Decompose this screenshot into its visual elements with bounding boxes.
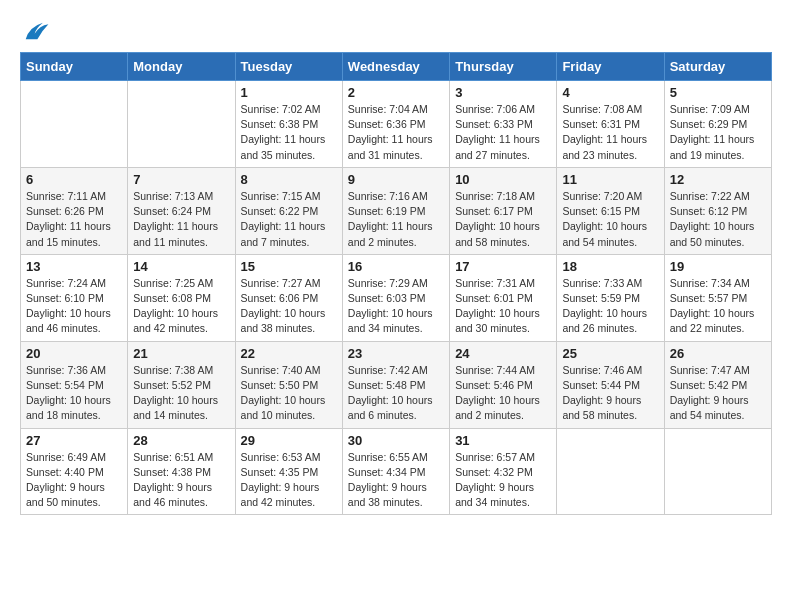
day-number: 16 [348,259,444,274]
day-number: 27 [26,433,122,448]
day-info: Sunrise: 6:53 AM Sunset: 4:35 PM Dayligh… [241,450,337,511]
weekday-header-thursday: Thursday [450,53,557,81]
day-info: Sunrise: 7:24 AM Sunset: 6:10 PM Dayligh… [26,276,122,337]
calendar-week-4: 20Sunrise: 7:36 AM Sunset: 5:54 PM Dayli… [21,341,772,428]
calendar-cell: 10Sunrise: 7:18 AM Sunset: 6:17 PM Dayli… [450,167,557,254]
day-number: 1 [241,85,337,100]
calendar-cell: 20Sunrise: 7:36 AM Sunset: 5:54 PM Dayli… [21,341,128,428]
day-number: 6 [26,172,122,187]
day-number: 28 [133,433,229,448]
calendar-cell [128,81,235,168]
calendar-week-2: 6Sunrise: 7:11 AM Sunset: 6:26 PM Daylig… [21,167,772,254]
calendar-cell: 23Sunrise: 7:42 AM Sunset: 5:48 PM Dayli… [342,341,449,428]
weekday-header-sunday: Sunday [21,53,128,81]
weekday-header-row: SundayMondayTuesdayWednesdayThursdayFrid… [21,53,772,81]
calendar-cell: 26Sunrise: 7:47 AM Sunset: 5:42 PM Dayli… [664,341,771,428]
day-info: Sunrise: 7:29 AM Sunset: 6:03 PM Dayligh… [348,276,444,337]
day-number: 14 [133,259,229,274]
day-info: Sunrise: 7:22 AM Sunset: 6:12 PM Dayligh… [670,189,766,250]
weekday-header-wednesday: Wednesday [342,53,449,81]
day-number: 22 [241,346,337,361]
calendar-cell: 31Sunrise: 6:57 AM Sunset: 4:32 PM Dayli… [450,428,557,515]
day-number: 9 [348,172,444,187]
calendar-cell: 6Sunrise: 7:11 AM Sunset: 6:26 PM Daylig… [21,167,128,254]
day-number: 12 [670,172,766,187]
calendar-cell: 1Sunrise: 7:02 AM Sunset: 6:38 PM Daylig… [235,81,342,168]
day-info: Sunrise: 6:55 AM Sunset: 4:34 PM Dayligh… [348,450,444,511]
calendar-cell [21,81,128,168]
day-info: Sunrise: 7:09 AM Sunset: 6:29 PM Dayligh… [670,102,766,163]
day-number: 5 [670,85,766,100]
day-info: Sunrise: 7:42 AM Sunset: 5:48 PM Dayligh… [348,363,444,424]
day-info: Sunrise: 7:40 AM Sunset: 5:50 PM Dayligh… [241,363,337,424]
calendar-cell: 29Sunrise: 6:53 AM Sunset: 4:35 PM Dayli… [235,428,342,515]
calendar-cell: 14Sunrise: 7:25 AM Sunset: 6:08 PM Dayli… [128,254,235,341]
calendar-cell: 3Sunrise: 7:06 AM Sunset: 6:33 PM Daylig… [450,81,557,168]
day-info: Sunrise: 7:27 AM Sunset: 6:06 PM Dayligh… [241,276,337,337]
calendar-cell: 11Sunrise: 7:20 AM Sunset: 6:15 PM Dayli… [557,167,664,254]
day-info: Sunrise: 6:57 AM Sunset: 4:32 PM Dayligh… [455,450,551,511]
weekday-header-friday: Friday [557,53,664,81]
calendar-table: SundayMondayTuesdayWednesdayThursdayFrid… [20,52,772,515]
day-info: Sunrise: 7:08 AM Sunset: 6:31 PM Dayligh… [562,102,658,163]
day-info: Sunrise: 7:11 AM Sunset: 6:26 PM Dayligh… [26,189,122,250]
calendar-cell: 7Sunrise: 7:13 AM Sunset: 6:24 PM Daylig… [128,167,235,254]
header [20,20,772,42]
day-info: Sunrise: 7:46 AM Sunset: 5:44 PM Dayligh… [562,363,658,424]
weekday-header-saturday: Saturday [664,53,771,81]
day-info: Sunrise: 7:38 AM Sunset: 5:52 PM Dayligh… [133,363,229,424]
day-info: Sunrise: 6:49 AM Sunset: 4:40 PM Dayligh… [26,450,122,511]
day-info: Sunrise: 7:18 AM Sunset: 6:17 PM Dayligh… [455,189,551,250]
day-number: 4 [562,85,658,100]
day-info: Sunrise: 7:31 AM Sunset: 6:01 PM Dayligh… [455,276,551,337]
calendar-cell: 5Sunrise: 7:09 AM Sunset: 6:29 PM Daylig… [664,81,771,168]
day-number: 30 [348,433,444,448]
day-number: 24 [455,346,551,361]
calendar-cell: 2Sunrise: 7:04 AM Sunset: 6:36 PM Daylig… [342,81,449,168]
calendar-cell: 21Sunrise: 7:38 AM Sunset: 5:52 PM Dayli… [128,341,235,428]
day-number: 21 [133,346,229,361]
calendar-cell: 8Sunrise: 7:15 AM Sunset: 6:22 PM Daylig… [235,167,342,254]
calendar-cell: 28Sunrise: 6:51 AM Sunset: 4:38 PM Dayli… [128,428,235,515]
calendar-cell: 18Sunrise: 7:33 AM Sunset: 5:59 PM Dayli… [557,254,664,341]
day-number: 15 [241,259,337,274]
day-number: 7 [133,172,229,187]
calendar-cell: 12Sunrise: 7:22 AM Sunset: 6:12 PM Dayli… [664,167,771,254]
calendar-cell: 30Sunrise: 6:55 AM Sunset: 4:34 PM Dayli… [342,428,449,515]
day-number: 3 [455,85,551,100]
logo [20,20,50,42]
day-info: Sunrise: 7:25 AM Sunset: 6:08 PM Dayligh… [133,276,229,337]
calendar-cell: 27Sunrise: 6:49 AM Sunset: 4:40 PM Dayli… [21,428,128,515]
day-number: 18 [562,259,658,274]
day-info: Sunrise: 7:47 AM Sunset: 5:42 PM Dayligh… [670,363,766,424]
calendar-week-5: 27Sunrise: 6:49 AM Sunset: 4:40 PM Dayli… [21,428,772,515]
day-number: 31 [455,433,551,448]
calendar-cell: 13Sunrise: 7:24 AM Sunset: 6:10 PM Dayli… [21,254,128,341]
day-info: Sunrise: 7:06 AM Sunset: 6:33 PM Dayligh… [455,102,551,163]
calendar-cell: 24Sunrise: 7:44 AM Sunset: 5:46 PM Dayli… [450,341,557,428]
logo-bird-icon [22,20,50,42]
day-number: 23 [348,346,444,361]
day-number: 29 [241,433,337,448]
day-info: Sunrise: 7:16 AM Sunset: 6:19 PM Dayligh… [348,189,444,250]
day-number: 13 [26,259,122,274]
calendar-cell: 22Sunrise: 7:40 AM Sunset: 5:50 PM Dayli… [235,341,342,428]
day-number: 8 [241,172,337,187]
day-number: 19 [670,259,766,274]
day-number: 20 [26,346,122,361]
day-number: 11 [562,172,658,187]
day-info: Sunrise: 7:13 AM Sunset: 6:24 PM Dayligh… [133,189,229,250]
calendar-cell: 16Sunrise: 7:29 AM Sunset: 6:03 PM Dayli… [342,254,449,341]
day-number: 26 [670,346,766,361]
calendar-cell: 9Sunrise: 7:16 AM Sunset: 6:19 PM Daylig… [342,167,449,254]
calendar-cell: 25Sunrise: 7:46 AM Sunset: 5:44 PM Dayli… [557,341,664,428]
calendar-cell [664,428,771,515]
day-info: Sunrise: 7:02 AM Sunset: 6:38 PM Dayligh… [241,102,337,163]
calendar-week-1: 1Sunrise: 7:02 AM Sunset: 6:38 PM Daylig… [21,81,772,168]
day-info: Sunrise: 7:34 AM Sunset: 5:57 PM Dayligh… [670,276,766,337]
day-info: Sunrise: 7:04 AM Sunset: 6:36 PM Dayligh… [348,102,444,163]
day-number: 17 [455,259,551,274]
day-info: Sunrise: 7:44 AM Sunset: 5:46 PM Dayligh… [455,363,551,424]
weekday-header-monday: Monday [128,53,235,81]
day-info: Sunrise: 7:33 AM Sunset: 5:59 PM Dayligh… [562,276,658,337]
